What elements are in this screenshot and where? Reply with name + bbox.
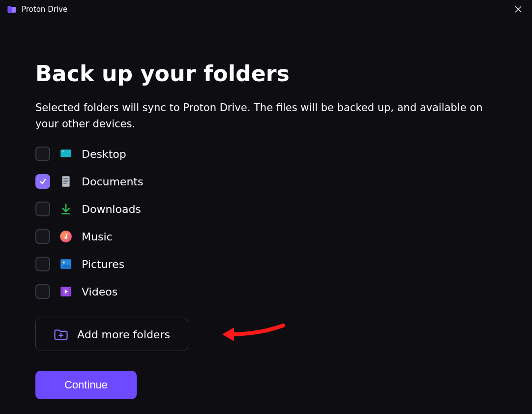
svg-rect-16 — [61, 288, 62, 289]
folder-row-downloads: Downloads — [35, 202, 497, 216]
folder-plus-icon — [54, 327, 68, 342]
svg-rect-8 — [63, 181, 68, 182]
app-icon — [7, 4, 17, 14]
svg-rect-17 — [61, 290, 62, 291]
folder-row-desktop: Desktop — [35, 147, 497, 161]
svg-rect-21 — [69, 290, 70, 291]
desktop-icon — [59, 147, 73, 161]
folder-label-documents: Documents — [82, 176, 143, 188]
content: Back up your folders Selected folders wi… — [0, 19, 532, 414]
folder-row-videos: Videos — [35, 284, 497, 299]
svg-rect-4 — [63, 151, 64, 152]
music-icon — [59, 230, 73, 243]
folder-label-desktop: Desktop — [82, 148, 126, 160]
checkbox-desktop[interactable] — [35, 147, 50, 161]
videos-icon — [59, 285, 73, 298]
checkbox-music[interactable] — [35, 229, 50, 244]
page-description: Selected folders will sync to Proton Dri… — [35, 100, 493, 132]
titlebar-left: Proton Drive — [7, 4, 67, 14]
app-title: Proton Drive — [22, 5, 67, 14]
svg-point-14 — [63, 262, 65, 264]
svg-rect-20 — [69, 288, 70, 289]
svg-rect-7 — [63, 180, 68, 180]
folder-row-music: Music — [35, 229, 497, 244]
close-icon — [514, 5, 522, 13]
folder-label-downloads: Downloads — [82, 203, 141, 215]
svg-rect-9 — [63, 183, 67, 183]
svg-rect-3 — [61, 151, 62, 152]
folder-label-pictures: Pictures — [82, 258, 124, 270]
svg-rect-6 — [63, 178, 68, 179]
continue-label: Continue — [64, 379, 108, 391]
add-more-folders-label: Add more folders — [77, 328, 170, 341]
checkbox-videos[interactable] — [35, 284, 50, 299]
close-button[interactable] — [511, 2, 525, 16]
svg-rect-22 — [69, 292, 70, 293]
folder-label-videos: Videos — [82, 286, 118, 298]
folder-list: Desktop Documents — [35, 147, 497, 299]
checkbox-downloads[interactable] — [35, 202, 50, 216]
folder-row-pictures: Pictures — [35, 257, 497, 271]
page-title: Back up your folders — [35, 61, 497, 86]
folder-label-music: Music — [82, 231, 113, 243]
titlebar: Proton Drive — [0, 0, 532, 19]
checkbox-pictures[interactable] — [35, 257, 50, 271]
continue-button[interactable]: Continue — [35, 371, 137, 399]
svg-rect-18 — [61, 292, 62, 293]
folder-row-documents: Documents — [35, 174, 497, 189]
downloads-icon — [59, 202, 73, 216]
svg-rect-23 — [69, 295, 70, 296]
add-more-folders-button[interactable]: Add more folders — [35, 318, 188, 351]
checkbox-documents[interactable] — [35, 174, 50, 189]
documents-icon — [59, 175, 73, 188]
svg-rect-19 — [61, 295, 62, 296]
pictures-icon — [59, 257, 73, 271]
